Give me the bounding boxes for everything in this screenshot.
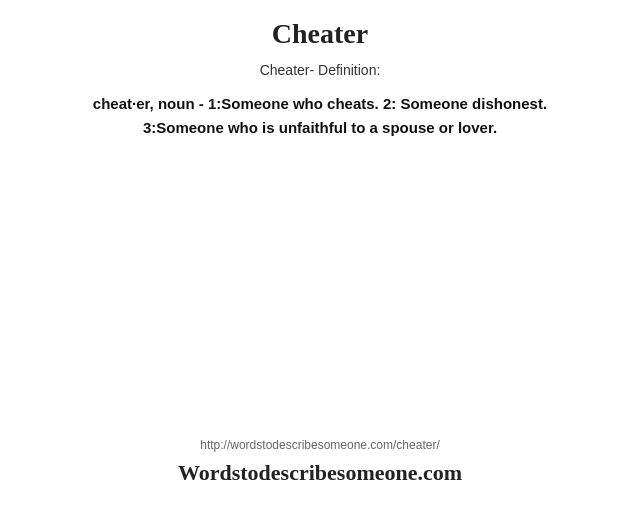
page-wrapper: Cheater Cheater- Definition: cheat·er, n… bbox=[0, 0, 640, 506]
footer-url[interactable]: http://wordstodescribesomeone.com/cheate… bbox=[200, 438, 439, 452]
footer-brand: Wordstodescribesomeone.com bbox=[178, 460, 462, 486]
definition-label: Cheater- Definition: bbox=[260, 62, 381, 78]
page-title: Cheater bbox=[272, 18, 368, 50]
definition-text: cheat·er, noun - 1:Someone who cheats. 2… bbox=[60, 92, 580, 140]
